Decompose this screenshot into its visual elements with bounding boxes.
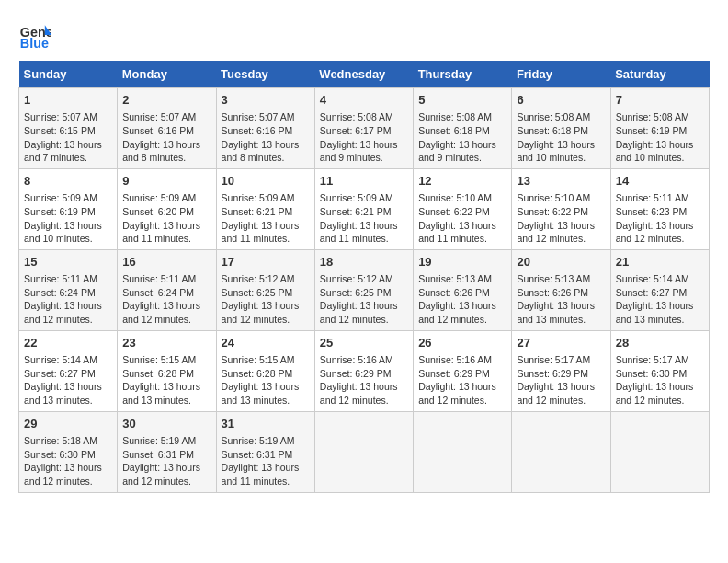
day-info: Sunrise: 5:11 AM <box>616 191 704 205</box>
day-info: Sunset: 6:19 PM <box>24 205 112 219</box>
day-number: 18 <box>320 254 408 270</box>
calendar-cell: 10Sunrise: 5:09 AMSunset: 6:21 PMDayligh… <box>216 168 314 249</box>
day-info: Sunset: 6:21 PM <box>222 205 310 219</box>
calendar-cell: 12Sunrise: 5:10 AMSunset: 6:22 PMDayligh… <box>414 168 512 249</box>
calendar-cell: 15Sunrise: 5:11 AMSunset: 6:24 PMDayligh… <box>19 249 118 330</box>
day-number: 29 <box>24 416 112 432</box>
calendar-cell: 13Sunrise: 5:10 AMSunset: 6:22 PMDayligh… <box>512 168 610 249</box>
calendar-cell: 27Sunrise: 5:17 AMSunset: 6:29 PMDayligh… <box>512 330 610 411</box>
day-number: 1 <box>24 92 112 109</box>
day-info: Daylight: 13 hours and 11 minutes. <box>122 219 210 246</box>
page-header: General Blue <box>18 18 710 52</box>
calendar-cell: 31Sunrise: 5:19 AMSunset: 6:31 PMDayligh… <box>216 411 314 492</box>
logo-icon: General Blue <box>18 18 51 52</box>
day-info: Daylight: 13 hours and 13 minutes. <box>24 380 112 407</box>
day-number: 20 <box>517 254 605 270</box>
day-info: Sunset: 6:21 PM <box>320 205 408 219</box>
weekday-header-saturday: Saturday <box>610 61 709 88</box>
calendar-cell: 11Sunrise: 5:09 AMSunset: 6:21 PMDayligh… <box>314 168 413 249</box>
day-info: Sunrise: 5:08 AM <box>517 110 605 124</box>
calendar-cell: 4Sunrise: 5:08 AMSunset: 6:17 PMDaylight… <box>314 88 413 169</box>
day-number: 15 <box>24 254 112 270</box>
calendar-week-row: 15Sunrise: 5:11 AMSunset: 6:24 PMDayligh… <box>19 249 710 330</box>
day-info: Sunrise: 5:09 AM <box>122 191 210 205</box>
day-info: Sunrise: 5:07 AM <box>122 110 210 124</box>
day-info: Daylight: 13 hours and 11 minutes. <box>222 219 310 246</box>
day-info: Sunset: 6:26 PM <box>517 286 605 300</box>
day-info: Daylight: 13 hours and 11 minutes. <box>320 219 408 246</box>
calendar-cell <box>610 411 709 492</box>
calendar-week-row: 22Sunrise: 5:14 AMSunset: 6:27 PMDayligh… <box>19 330 710 411</box>
day-info: Sunrise: 5:18 AM <box>24 434 112 448</box>
day-info: Sunset: 6:28 PM <box>222 367 310 381</box>
day-info: Sunset: 6:24 PM <box>122 286 210 300</box>
day-info: Sunset: 6:22 PM <box>418 205 506 219</box>
day-info: Daylight: 13 hours and 12 minutes. <box>122 299 210 326</box>
day-info: Daylight: 13 hours and 12 minutes. <box>320 380 408 407</box>
day-number: 26 <box>418 335 506 351</box>
day-info: Sunset: 6:27 PM <box>616 286 704 300</box>
day-number: 25 <box>320 335 408 351</box>
day-info: Daylight: 13 hours and 13 minutes. <box>616 299 704 326</box>
day-number: 3 <box>222 92 310 109</box>
day-number: 31 <box>222 416 310 432</box>
day-number: 8 <box>24 173 112 190</box>
day-info: Daylight: 13 hours and 13 minutes. <box>222 380 310 407</box>
calendar-cell <box>314 411 413 492</box>
day-info: Daylight: 13 hours and 10 minutes. <box>616 138 704 165</box>
day-info: Sunrise: 5:19 AM <box>222 434 310 448</box>
day-info: Sunrise: 5:07 AM <box>24 110 112 124</box>
day-info: Sunrise: 5:10 AM <box>517 191 605 205</box>
day-info: Daylight: 13 hours and 12 minutes. <box>616 219 704 246</box>
day-info: Sunset: 6:17 PM <box>320 124 408 138</box>
day-info: Sunrise: 5:09 AM <box>320 191 408 205</box>
day-info: Daylight: 13 hours and 12 minutes. <box>222 299 310 326</box>
day-info: Sunset: 6:16 PM <box>122 124 210 138</box>
day-info: Daylight: 13 hours and 12 minutes. <box>24 461 112 488</box>
day-info: Sunset: 6:29 PM <box>320 367 408 381</box>
day-info: Sunset: 6:26 PM <box>418 286 506 300</box>
calendar-cell: 24Sunrise: 5:15 AMSunset: 6:28 PMDayligh… <box>216 330 314 411</box>
day-info: Sunrise: 5:14 AM <box>24 353 112 367</box>
day-info: Daylight: 13 hours and 12 minutes. <box>24 299 112 326</box>
day-number: 24 <box>222 335 310 351</box>
day-info: Sunrise: 5:15 AM <box>122 353 210 367</box>
weekday-header-wednesday: Wednesday <box>314 61 413 88</box>
day-number: 4 <box>320 92 408 109</box>
day-info: Sunset: 6:19 PM <box>616 124 704 138</box>
day-number: 27 <box>517 335 605 351</box>
day-info: Daylight: 13 hours and 12 minutes. <box>517 380 605 407</box>
day-info: Sunrise: 5:14 AM <box>616 272 704 286</box>
day-info: Sunrise: 5:16 AM <box>418 353 506 367</box>
day-info: Sunset: 6:29 PM <box>418 367 506 381</box>
day-info: Sunset: 6:27 PM <box>24 367 112 381</box>
day-info: Sunset: 6:28 PM <box>122 367 210 381</box>
day-info: Sunrise: 5:09 AM <box>24 191 112 205</box>
day-info: Daylight: 13 hours and 11 minutes. <box>418 219 506 246</box>
calendar-cell: 9Sunrise: 5:09 AMSunset: 6:20 PMDaylight… <box>118 168 216 249</box>
day-number: 2 <box>122 92 210 109</box>
day-info: Sunset: 6:31 PM <box>122 448 210 462</box>
day-info: Sunrise: 5:11 AM <box>24 272 112 286</box>
calendar-table: SundayMondayTuesdayWednesdayThursdayFrid… <box>18 61 710 493</box>
day-info: Daylight: 13 hours and 10 minutes. <box>517 138 605 165</box>
day-info: Daylight: 13 hours and 13 minutes. <box>122 380 210 407</box>
calendar-cell: 2Sunrise: 5:07 AMSunset: 6:16 PMDaylight… <box>118 88 216 169</box>
day-info: Daylight: 13 hours and 9 minutes. <box>320 138 408 165</box>
day-info: Sunset: 6:24 PM <box>24 286 112 300</box>
day-info: Sunrise: 5:08 AM <box>616 110 704 124</box>
calendar-cell: 25Sunrise: 5:16 AMSunset: 6:29 PMDayligh… <box>314 330 413 411</box>
weekday-header-thursday: Thursday <box>414 61 512 88</box>
day-info: Sunrise: 5:16 AM <box>320 353 408 367</box>
calendar-cell: 28Sunrise: 5:17 AMSunset: 6:30 PMDayligh… <box>610 330 709 411</box>
day-info: Sunset: 6:23 PM <box>616 205 704 219</box>
day-info: Sunset: 6:30 PM <box>24 448 112 462</box>
day-number: 19 <box>418 254 506 270</box>
calendar-cell <box>414 411 512 492</box>
day-info: Daylight: 13 hours and 8 minutes. <box>122 138 210 165</box>
day-info: Daylight: 13 hours and 7 minutes. <box>24 138 112 165</box>
calendar-cell: 26Sunrise: 5:16 AMSunset: 6:29 PMDayligh… <box>414 330 512 411</box>
day-info: Daylight: 13 hours and 12 minutes. <box>320 299 408 326</box>
calendar-cell: 21Sunrise: 5:14 AMSunset: 6:27 PMDayligh… <box>610 249 709 330</box>
day-info: Daylight: 13 hours and 11 minutes. <box>222 461 310 488</box>
